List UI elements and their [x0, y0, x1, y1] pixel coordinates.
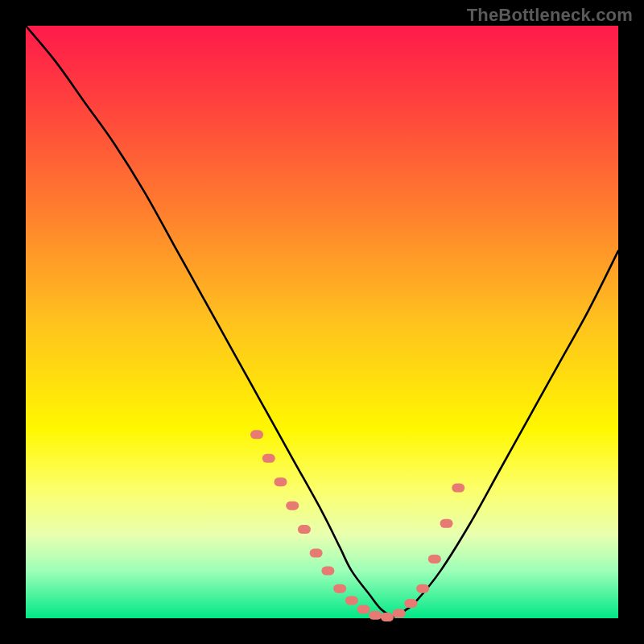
highlight-dot — [310, 549, 323, 558]
highlight-dot — [369, 611, 382, 620]
highlight-dot — [250, 430, 263, 439]
highlight-dot — [381, 613, 394, 621]
highlight-dot — [404, 599, 417, 608]
highlight-dot — [286, 502, 299, 510]
highlight-dot — [321, 567, 334, 576]
highlight-dot — [274, 477, 287, 486]
right-curve — [393, 251, 618, 617]
watermark-text: TheBottleneck.com — [467, 5, 633, 26]
highlight-dots — [250, 430, 464, 621]
highlight-dot — [298, 525, 311, 534]
left-curve — [26, 26, 393, 617]
highlight-dot — [345, 596, 358, 605]
highlight-dot — [440, 519, 453, 528]
highlight-dot — [357, 605, 370, 613]
highlight-dot — [393, 609, 406, 618]
highlight-dot — [416, 584, 429, 593]
highlight-dot — [452, 484, 464, 493]
highlight-dot — [333, 584, 346, 593]
bottleneck-curve — [26, 26, 618, 618]
highlight-dot — [262, 454, 275, 463]
chart-canvas: TheBottleneck.com — [0, 0, 644, 644]
highlight-dot — [428, 555, 441, 564]
plot-area — [26, 26, 618, 618]
